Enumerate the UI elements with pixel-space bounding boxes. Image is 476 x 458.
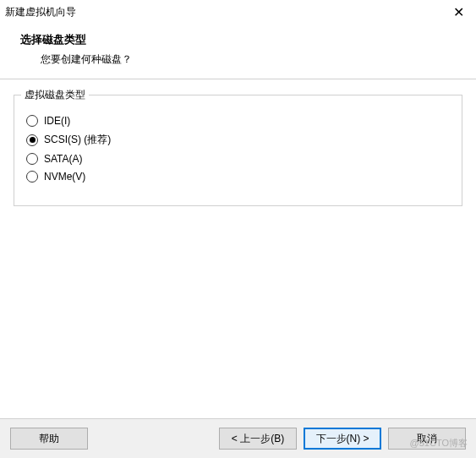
cancel-button[interactable]: 取消 [388, 428, 466, 450]
radio-icon [26, 115, 38, 127]
radio-icon [26, 171, 38, 183]
wizard-header: 选择磁盘类型 您要创建何种磁盘？ [0, 24, 476, 79]
radio-label: SATA(A) [44, 153, 83, 165]
wizard-footer: 帮助 < 上一步(B) 下一步(N) > 取消 [0, 418, 476, 458]
radio-icon [26, 153, 38, 165]
radio-option-nvme[interactable]: NVMe(V) [26, 171, 450, 183]
radio-option-scsi[interactable]: SCSI(S) (推荐) [26, 133, 450, 147]
group-label: 虚拟磁盘类型 [21, 88, 89, 102]
window-title: 新建虚拟机向导 [5, 5, 76, 19]
radio-option-sata[interactable]: SATA(A) [26, 153, 450, 165]
content-area: 虚拟磁盘类型 IDE(I) SCSI(S) (推荐) SATA(A) NVMe(… [0, 79, 476, 206]
page-title: 选择磁盘类型 [20, 32, 471, 47]
radio-label: SCSI(S) (推荐) [44, 133, 111, 147]
title-bar: 新建虚拟机向导 ✕ [0, 0, 476, 24]
close-icon[interactable]: ✕ [448, 4, 469, 20]
page-subtitle: 您要创建何种磁盘？ [20, 52, 471, 67]
back-button[interactable]: < 上一步(B) [219, 428, 297, 450]
help-button[interactable]: 帮助 [10, 428, 88, 450]
radio-icon [26, 134, 38, 146]
disk-type-group: 虚拟磁盘类型 IDE(I) SCSI(S) (推荐) SATA(A) NVMe(… [14, 95, 462, 206]
radio-option-ide[interactable]: IDE(I) [26, 115, 450, 127]
next-button[interactable]: 下一步(N) > [304, 428, 381, 450]
radio-label: IDE(I) [44, 115, 70, 127]
radio-label: NVMe(V) [44, 171, 85, 183]
